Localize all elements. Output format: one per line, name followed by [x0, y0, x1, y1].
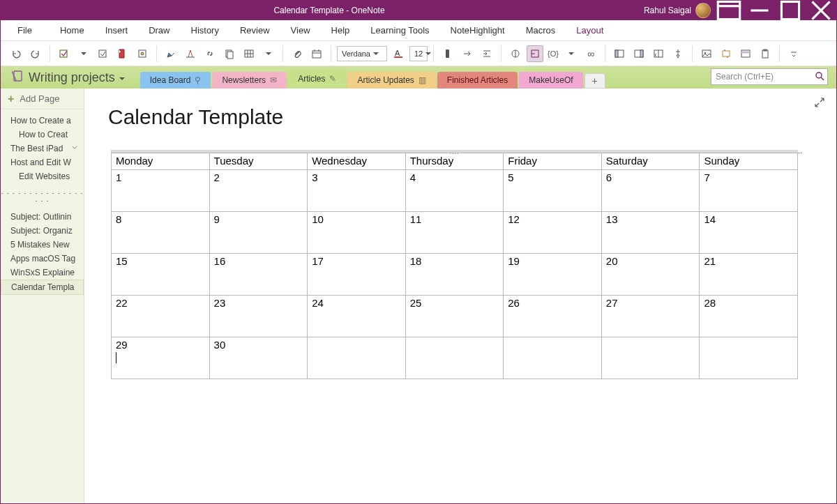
page-item[interactable]: Host and Edit W — [1, 155, 84, 169]
font-size-select[interactable]: 12 — [409, 46, 428, 61]
calendar-day-header[interactable]: Wednesday — [308, 153, 406, 170]
calendar-cell[interactable] — [504, 337, 602, 379]
calendar-cell[interactable] — [405, 337, 504, 379]
attach-button[interactable] — [289, 45, 306, 62]
add-page-button[interactable]: + Add Page — [1, 89, 84, 109]
pen-2-button[interactable] — [182, 45, 199, 62]
menu-home[interactable]: Home — [50, 22, 94, 38]
calendar-cell[interactable]: 28 — [700, 296, 798, 337]
selected-tool-button[interactable] — [527, 45, 543, 62]
search-input[interactable]: Search (Ctrl+E) — [711, 68, 828, 85]
calendar-table[interactable]: MondayTuesdayWednesdayThursdayFridaySatu… — [111, 153, 798, 379]
calendar-cell[interactable]: 3 — [308, 170, 406, 212]
calendar-cell[interactable]: 25 — [405, 296, 504, 337]
brackets-button[interactable]: {O} — [546, 45, 560, 62]
menu-insert[interactable]: Insert — [96, 22, 138, 38]
checkbox-tag-button[interactable] — [56, 45, 73, 62]
eraser-button[interactable] — [439, 45, 456, 62]
page-item[interactable]: Subject: Organiz — [1, 224, 84, 238]
menu-history[interactable]: History — [181, 22, 229, 38]
menu-review[interactable]: Review — [230, 22, 280, 38]
calendar-cell[interactable]: 20 — [601, 254, 700, 296]
arrow-right-icon[interactable] — [459, 45, 476, 62]
section-tab-articles[interactable]: Articles✎ — [288, 69, 346, 89]
menu-macros[interactable]: Macros — [516, 22, 566, 38]
section-tab-article-updates[interactable]: Article Updates▥ — [347, 72, 435, 89]
page-item[interactable]: Apps macOS Tag — [1, 252, 84, 266]
chevron-down-icon[interactable] — [260, 45, 277, 62]
calendar-cell[interactable]: 10 — [308, 212, 406, 254]
menu-notehighlight[interactable]: NoteHighlight — [441, 22, 515, 38]
section-tab-idea-board[interactable]: Idea Board⚲ — [140, 72, 211, 89]
minimize-button[interactable] — [744, 1, 775, 20]
dock-bottom-button[interactable] — [650, 45, 667, 62]
font-color-button[interactable]: A — [390, 45, 407, 62]
calendar-cell[interactable]: 1 — [112, 170, 210, 212]
notebook-dropdown[interactable]: Writing projects — [8, 70, 129, 89]
page-title[interactable]: Calendar Template — [108, 105, 815, 129]
page-body[interactable]: Calendar Template ···· ↔ MondayTuesdayWe… — [84, 89, 836, 503]
calendar-cell[interactable]: 12 — [504, 212, 602, 254]
close-button[interactable] — [806, 1, 836, 20]
calendar-cell[interactable]: 27 — [601, 296, 700, 337]
calendar-cell[interactable]: 14 — [700, 212, 798, 254]
copy-button[interactable] — [221, 45, 238, 62]
dock-right-button[interactable] — [631, 45, 647, 62]
calendar-day-header[interactable]: Monday — [112, 153, 210, 170]
calendar-cell[interactable] — [308, 337, 406, 379]
crop-button[interactable] — [718, 45, 734, 62]
expand-icon[interactable] — [814, 97, 825, 110]
redo-button[interactable] — [27, 45, 44, 62]
section-tab-finished-articles[interactable]: Finished Articles — [437, 72, 518, 89]
menu-layout[interactable]: Layout — [566, 22, 613, 38]
calendar-day-header[interactable]: Tuesday — [209, 153, 308, 170]
table-button[interactable] — [241, 45, 257, 62]
menu-help[interactable]: Help — [322, 22, 360, 38]
menu-learning-tools[interactable]: Learning Tools — [361, 22, 439, 38]
chevron-down-icon[interactable] — [75, 45, 92, 62]
calendar-day-header[interactable]: Sunday — [700, 153, 798, 170]
calendar-container[interactable]: ···· ↔ MondayTuesdayWednesdayThursdayFri… — [111, 150, 798, 379]
ribbon-display-button[interactable] — [714, 1, 744, 20]
font-name-select[interactable]: Verdana — [337, 46, 387, 61]
link-button[interactable] — [202, 45, 218, 62]
page-item[interactable]: How to Creat — [1, 128, 84, 142]
page-item[interactable]: 5 Mistakes New — [1, 238, 84, 252]
add-section-button[interactable]: + — [585, 73, 605, 89]
calendar-cell[interactable]: 15 — [112, 254, 210, 296]
clipboard-button[interactable] — [757, 45, 774, 62]
calendar-cell[interactable]: 23 — [209, 296, 308, 337]
calendar-cell[interactable]: 6 — [601, 170, 700, 212]
calendar-cell[interactable]: 26 — [504, 296, 602, 337]
calendar-cell[interactable] — [700, 337, 798, 379]
calendar-cell[interactable]: 9 — [209, 212, 308, 254]
wiki-link-button[interactable] — [507, 45, 524, 62]
favorite-tag-button[interactable] — [95, 45, 112, 62]
page-item[interactable]: WinSxS Explaine — [1, 266, 84, 280]
date-button[interactable] — [308, 45, 325, 62]
calendar-cell[interactable]: 16 — [209, 254, 308, 296]
container-handle-top-icon[interactable]: ···· — [449, 150, 459, 157]
calendar-cell[interactable]: 17 — [308, 254, 406, 296]
calendar-cell[interactable]: 13 — [601, 212, 700, 254]
calendar-cell[interactable]: 5 — [504, 170, 602, 212]
page-item[interactable]: Edit Websites — [1, 169, 84, 183]
infinity-button[interactable]: ∞ — [582, 45, 599, 62]
calendar-cell[interactable]: 7 — [700, 170, 798, 212]
menu-view[interactable]: View — [281, 22, 320, 38]
undo-button[interactable] — [8, 45, 24, 62]
page-item[interactable]: Subject: Outlinin — [1, 210, 84, 224]
maximize-button[interactable] — [775, 1, 806, 20]
container-button[interactable] — [737, 45, 754, 62]
calendar-cell[interactable]: 30 — [209, 337, 308, 379]
chevron-down-icon[interactable] — [563, 45, 580, 62]
menu-file[interactable]: File — [8, 22, 49, 38]
page-item[interactable]: Calendar Templa — [1, 280, 84, 295]
calendar-cell[interactable]: 21 — [700, 254, 798, 296]
section-tab-newsletters[interactable]: Newsletters✉ — [212, 72, 287, 89]
calendar-day-header[interactable]: Saturday — [601, 153, 700, 170]
calendar-cell[interactable]: 22 — [112, 296, 210, 337]
page-item[interactable]: How to Create a — [1, 114, 84, 128]
calendar-cell[interactable]: 4 — [405, 170, 504, 212]
container-handle-right-icon[interactable]: ↔ — [797, 148, 804, 156]
